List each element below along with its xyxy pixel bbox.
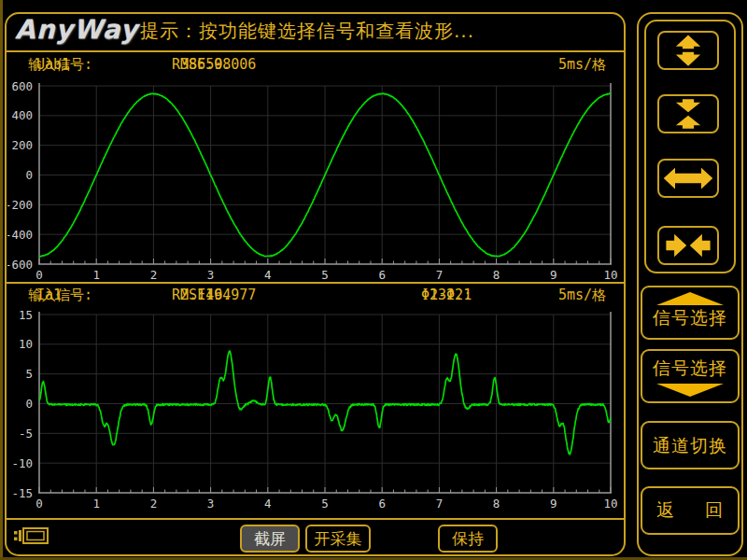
expand-horizontal-icon [662, 161, 714, 195]
svg-text:6: 6 [378, 497, 386, 511]
zoom-icon-group [644, 20, 736, 273]
svg-text:-400: -400 [7, 228, 33, 242]
svg-text:3: 3 [207, 497, 215, 511]
svg-text:15: 15 [19, 308, 33, 322]
up-triangle-icon [655, 291, 726, 306]
svg-text:10: 10 [603, 497, 617, 511]
back-button[interactable]: 返 回 [641, 486, 740, 535]
svg-text:9: 9 [550, 268, 557, 282]
rms-freq-readout: RMS: 386.98 F: 50.006 [172, 56, 205, 73]
svg-text:8: 8 [493, 268, 500, 282]
down-triangle-icon [655, 383, 726, 398]
svg-text:10: 10 [603, 268, 617, 282]
voltage-waveform-plot: 6004002000-200-400-600012345678910 [7, 77, 624, 282]
svg-text:-600: -600 [7, 258, 33, 272]
hold-button[interactable]: 保持 [438, 525, 498, 553]
separator-panels [6, 282, 625, 284]
compress-vertical-icon [662, 97, 714, 131]
signal-select-down-button[interactable]: 信号选择 [641, 349, 740, 403]
svg-text:400: 400 [11, 108, 33, 122]
battery-icon [13, 525, 50, 546]
svg-text:6: 6 [378, 268, 386, 282]
start-acquire-button[interactable]: 开采集 [305, 525, 371, 553]
svg-text:0: 0 [25, 397, 33, 411]
svg-text:5: 5 [25, 367, 33, 381]
svg-text:8: 8 [493, 497, 500, 511]
svg-text:1: 1 [92, 268, 100, 282]
svg-text:-200: -200 [7, 198, 33, 212]
svg-text:2: 2 [150, 268, 158, 282]
separator-bottombar [6, 518, 625, 520]
svg-text:600: 600 [11, 79, 33, 93]
signal-name: 输入信号: Uab1 [28, 56, 36, 73]
svg-text:7: 7 [436, 268, 444, 282]
svg-text:5: 5 [321, 268, 329, 282]
current-waveform-plot: 151050-5-10-15012345678910 [7, 304, 624, 517]
anyway-logo: AnyWay [15, 14, 138, 45]
svg-text:4: 4 [264, 497, 272, 511]
timebase-readout: 5ms/格 [558, 56, 606, 74]
svg-text:0: 0 [35, 497, 43, 511]
hint-text: 提示：按功能键选择信号和查看波形... [140, 19, 474, 44]
compress-vertical-button[interactable] [657, 94, 719, 133]
signal-select-up-button[interactable]: 信号选择 [641, 286, 740, 340]
svg-text:2: 2 [150, 497, 158, 511]
svg-text:0: 0 [35, 268, 43, 282]
screenshot-button[interactable]: 截屏 [240, 525, 300, 553]
expand-vertical-icon [662, 34, 714, 67]
rms-freq-readout: RMS: 2.1164 F: 49.977 [172, 287, 205, 303]
separator-topbar [6, 50, 625, 52]
svg-text:7: 7 [436, 497, 444, 511]
svg-text:10: 10 [19, 337, 33, 351]
compress-horizontal-button[interactable] [657, 226, 719, 265]
compress-horizontal-icon [662, 229, 714, 262]
svg-text:0: 0 [25, 168, 33, 182]
expand-horizontal-button[interactable] [657, 159, 719, 198]
svg-text:-5: -5 [19, 427, 33, 441]
svg-text:5: 5 [321, 497, 329, 511]
channel-switch-button[interactable]: 通道切换 [641, 421, 740, 469]
expand-vertical-button[interactable] [657, 31, 719, 70]
svg-text:-15: -15 [11, 486, 33, 500]
svg-text:4: 4 [264, 268, 272, 282]
svg-text:1: 1 [92, 497, 100, 511]
svg-text:3: 3 [207, 268, 215, 282]
svg-text:-10: -10 [11, 456, 33, 470]
svg-text:200: 200 [11, 138, 33, 152]
analyzer-screen: { "colors": { "accent": "#c9a21f", "text… [0, 0, 747, 560]
timebase-readout: 5ms/格 [558, 287, 606, 304]
signal-name: 输入信号: Ia1 [28, 287, 36, 303]
phase-diff-readout: Φ1-Φ2: 232.1 [421, 287, 430, 303]
voltage-waveform-header: 输入信号: Uab1 RMS: 386.98 F: 50.006 5ms/格 [0, 56, 627, 77]
left-bezel [0, 0, 3, 560]
svg-text:9: 9 [550, 497, 557, 511]
